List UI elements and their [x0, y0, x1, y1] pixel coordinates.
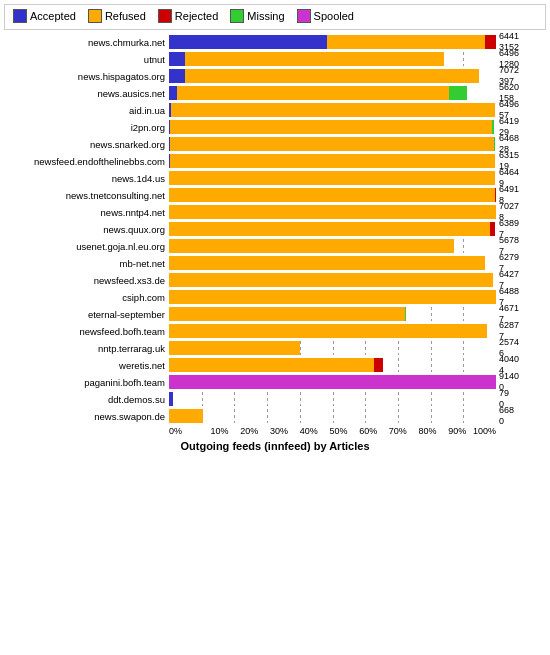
bar-segment-refused	[177, 86, 448, 100]
row-label: newsfeed.endofthelinebbs.com	[4, 156, 169, 167]
legend-color-rejected	[158, 9, 172, 23]
bar-segment-accepted	[169, 52, 185, 66]
table-row: paganini.bofh.team91400	[4, 374, 546, 390]
row-label: utnut	[4, 54, 169, 65]
bar-segment-rejected	[490, 222, 495, 236]
table-row: newsfeed.xs3.de64277	[4, 272, 546, 288]
bar-area	[169, 52, 496, 66]
bar-area	[169, 222, 496, 236]
bar-area	[169, 120, 496, 134]
x-tick: 40%	[288, 426, 318, 436]
bar-area	[169, 137, 496, 151]
bar-area	[169, 409, 496, 423]
bar-area	[169, 392, 496, 406]
bar-area	[169, 86, 496, 100]
table-row: news.tnetconsulting.net64918	[4, 187, 546, 203]
bar-segment-refused	[170, 154, 495, 168]
row-label: eternal-september	[4, 309, 169, 320]
bar-segment-missing	[492, 120, 494, 134]
table-row: utnut64961280	[4, 51, 546, 67]
row-label: csiph.com	[4, 292, 169, 303]
bar-segment-refused	[170, 120, 492, 134]
bar-segment-refused	[169, 358, 373, 372]
legend-item-accepted: Accepted	[13, 9, 76, 23]
row-label: paganini.bofh.team	[4, 377, 169, 388]
bar-area	[169, 205, 496, 219]
bar-segment-refused	[169, 222, 489, 236]
bar-values: 6680	[496, 405, 514, 427]
bar-segment-refused	[169, 273, 493, 287]
x-tick: 10%	[199, 426, 229, 436]
bar-area	[169, 154, 496, 168]
row-label: news.quux.org	[4, 224, 169, 235]
legend-item-spooled: Spooled	[297, 9, 354, 23]
bar-segment-missing	[494, 137, 495, 151]
bar-segment-accepted	[169, 86, 177, 100]
bar-segment-missing	[449, 86, 467, 100]
table-row: news.hispagatos.org7072397	[4, 68, 546, 84]
row-label: aid.in.ua	[4, 105, 169, 116]
row-label: news.chmurka.net	[4, 37, 169, 48]
bar-area	[169, 239, 496, 253]
x-tick: 60%	[347, 426, 377, 436]
chart-container: AcceptedRefusedRejectedMissingSpooled ne…	[0, 0, 550, 655]
bar-area	[169, 103, 496, 117]
table-row: news.nntp4.net70278	[4, 204, 546, 220]
table-row: nntp.terrarag.uk25746	[4, 340, 546, 356]
bar-area	[169, 375, 496, 389]
row-label: news.tnetconsulting.net	[4, 190, 169, 201]
table-row: news.quux.org63897	[4, 221, 546, 237]
row-label: newsfeed.xs3.de	[4, 275, 169, 286]
bar-segment-refused	[169, 307, 404, 321]
row-label: news.hispagatos.org	[4, 71, 169, 82]
x-tick: 70%	[377, 426, 407, 436]
row-label: newsfeed.bofh.team	[4, 326, 169, 337]
bar-segment-refused	[185, 52, 443, 66]
bar-segment-refused	[327, 35, 486, 49]
row-label: mb-net.net	[4, 258, 169, 269]
bar-area	[169, 273, 496, 287]
table-row: aid.in.ua649657	[4, 102, 546, 118]
x-axis: 0%10%20%30%40%50%60%70%80%90%100%	[169, 425, 496, 436]
table-row: news.chmurka.net64413152	[4, 34, 546, 50]
legend-color-missing	[230, 9, 244, 23]
bar-area	[169, 307, 496, 321]
bar-segment-refused	[171, 103, 495, 117]
bar-segment-refused	[170, 137, 494, 151]
row-label: news.nntp4.net	[4, 207, 169, 218]
bar-segment-accepted	[169, 35, 327, 49]
row-label: i2pn.org	[4, 122, 169, 133]
legend-item-missing: Missing	[230, 9, 284, 23]
legend-label-refused: Refused	[105, 10, 146, 22]
legend-item-refused: Refused	[88, 9, 146, 23]
legend-color-refused	[88, 9, 102, 23]
table-row: csiph.com64887	[4, 289, 546, 305]
table-row: i2pn.org641929	[4, 119, 546, 135]
x-tick: 100%	[466, 426, 496, 436]
x-tick: 90%	[437, 426, 467, 436]
legend-label-rejected: Rejected	[175, 10, 218, 22]
bar-area	[169, 341, 496, 355]
row-label: nntp.terrarag.uk	[4, 343, 169, 354]
table-row: weretis.net40404	[4, 357, 546, 373]
legend-label-accepted: Accepted	[30, 10, 76, 22]
chart-title: Outgoing feeds (innfeed) by Articles	[4, 440, 546, 452]
row-label: weretis.net	[4, 360, 169, 371]
x-tick: 50%	[318, 426, 348, 436]
bar-segment-refused	[185, 69, 479, 83]
bar-segment-rejected	[485, 35, 496, 49]
row-label: ddt.demos.su	[4, 394, 169, 405]
bar-segment-refused	[169, 256, 485, 270]
bar-segment-refused	[169, 290, 496, 304]
bar-area	[169, 69, 496, 83]
table-row: newsfeed.endofthelinebbs.com631519	[4, 153, 546, 169]
legend: AcceptedRefusedRejectedMissingSpooled	[4, 4, 546, 30]
x-tick: 0%	[169, 426, 199, 436]
x-tick: 80%	[407, 426, 437, 436]
bar-segment-accepted	[169, 392, 173, 406]
bar-area	[169, 171, 496, 185]
legend-color-accepted	[13, 9, 27, 23]
bar-segment-refused	[169, 171, 495, 185]
row-label: news.1d4.us	[4, 173, 169, 184]
bar-area	[169, 256, 496, 270]
